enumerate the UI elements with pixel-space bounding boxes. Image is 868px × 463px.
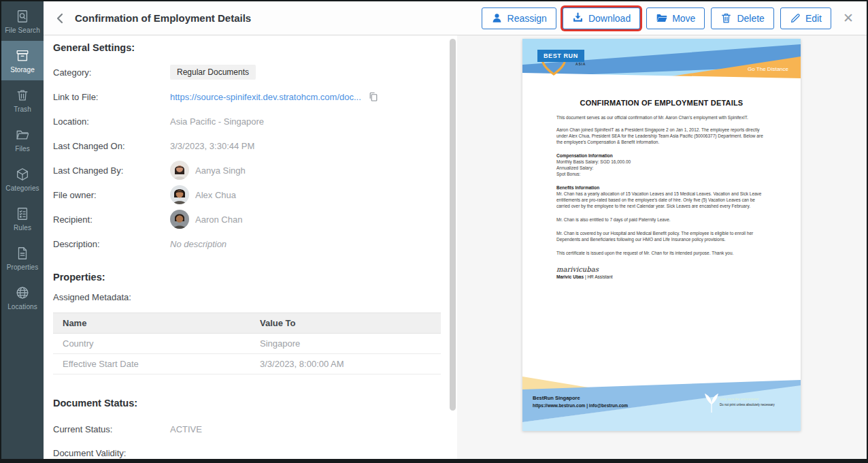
file-link[interactable]: https://source-spinifexit.dev.stratohcm.… [170, 92, 361, 102]
field-file-owner: File owner: Alex Chua [53, 182, 437, 207]
move-button[interactable]: Move [646, 7, 705, 29]
field-recipient: Recipient: Aaron Chan [53, 207, 437, 232]
field-last-changed-by: Last Changed By: Aanya Singh [53, 158, 437, 182]
file-search-icon [15, 9, 30, 24]
doc-line: Annualized Salary: [556, 165, 767, 172]
sidebar-item-locations[interactable]: Locations [1, 278, 44, 317]
assigned-metadata-label: Assigned Metadata: [53, 292, 131, 302]
avatar [170, 161, 189, 180]
avatar [170, 210, 189, 229]
sidebar-item-label: File Search [5, 27, 40, 34]
properties-heading: Properties: [53, 272, 105, 283]
bestrun-logo-sub: ASIA [575, 62, 586, 66]
folder-move-icon [656, 12, 667, 24]
field-last-changed-on: Last Changed On: 3/3/2023, 3:30:44 PM [53, 133, 437, 158]
sidebar-item-trash[interactable]: Trash [1, 80, 44, 120]
locations-icon [15, 285, 30, 300]
table-header-row: Name Value To [53, 313, 441, 334]
metadata-table: Name Value To Country Singapore Effectiv… [53, 313, 441, 374]
sidebar-item-storage[interactable]: Storage [1, 41, 44, 80]
footer-contact: https://www.bestrun.com | info@bestrun.c… [533, 403, 628, 408]
doc-line: Monthly Basis Salary: SGD 16,000.00 [556, 159, 767, 165]
field-description: Description: No description [53, 232, 437, 256]
edit-button[interactable]: Edit [780, 7, 831, 29]
copy-icon[interactable] [368, 91, 379, 102]
toolbar-actions: Reassign Download Move Delete Edit [482, 7, 831, 29]
sidebar-item-label: Categories [5, 185, 39, 192]
page-title: Confirmation of Employment Details [75, 12, 251, 24]
document-title: CONFIRMATION OF EMPLOYMENT DETAILS [522, 99, 801, 107]
sidebar-item-label: Properties [7, 264, 39, 271]
general-settings-fields: Category: Regular Documents Link to File… [53, 60, 437, 256]
compensation-heading: Compensation Information [556, 153, 767, 159]
category-chip: Regular Documents [170, 65, 256, 80]
doc-line: Spot Bonus: [556, 172, 767, 178]
download-icon [572, 12, 584, 24]
document-body: This document serves as our official con… [522, 115, 801, 281]
doc-paragraph: Mr. Chan is also entitled to 7 days of p… [556, 217, 767, 223]
sidebar-item-label: Rules [14, 224, 31, 232]
document-status-heading: Document Status: [53, 398, 137, 409]
rules-icon [15, 206, 30, 221]
document-preview-page: BEST RUN ASIA Go The Distance CONFIRMATI… [522, 39, 801, 431]
back-button[interactable] [52, 10, 68, 27]
scrollbar[interactable] [450, 39, 456, 411]
sidebar-item-categories[interactable]: Categories [1, 159, 44, 199]
bestrun-logo-text: BEST RUN [537, 50, 584, 62]
properties-icon [15, 246, 30, 261]
sidebar-item-label: Locations [7, 303, 37, 310]
categories-icon [15, 167, 30, 182]
avatar [170, 185, 189, 204]
doc-paragraph: Mr. Chan has a yearly allocation of 15 V… [556, 191, 767, 210]
app-window: File Search Storage Trash Files Categori… [1, 1, 867, 459]
chevron-left-icon [56, 13, 64, 24]
table-row: Effective Start Date 3/3/2023, 8:00:00 A… [53, 354, 441, 374]
sidebar-item-properties[interactable]: Properties [1, 238, 44, 278]
doc-paragraph: Aaron Chan joined SpinifexIT as a Presid… [556, 127, 767, 146]
status-fields: Current Status: ACTIVE [53, 417, 437, 441]
doc-paragraph: This certificate is issued upon the requ… [556, 251, 767, 257]
sidebar-item-label: Files [15, 145, 30, 153]
trash-icon [15, 88, 30, 103]
storage-icon [15, 48, 30, 63]
sidebar: File Search Storage Trash Files Categori… [1, 1, 44, 459]
general-settings-heading: General Settings: [53, 42, 135, 53]
eco-note-line2: Do not print unless absolutely necessary [720, 403, 775, 406]
field-category: Category: Regular Documents [53, 60, 437, 84]
download-button[interactable]: Download [563, 7, 640, 29]
field-link: Link to File: https://source-spinifexit.… [53, 84, 437, 109]
sidebar-item-file-search[interactable]: File Search [1, 1, 44, 41]
sidebar-item-files[interactable]: Files [1, 120, 44, 159]
sidebar-item-label: Storage [10, 66, 35, 74]
sidebar-item-rules[interactable]: Rules [1, 199, 44, 238]
signature-script: marivicubas [556, 265, 767, 274]
benefits-heading: Benefits Information [556, 185, 767, 191]
trash-icon [720, 12, 732, 24]
preview-panel: BEST RUN ASIA Go The Distance CONFIRMATI… [457, 35, 867, 459]
document-validity-label: Document Validity: [53, 448, 126, 458]
status-value: ACTIVE [170, 424, 202, 434]
reassign-button[interactable]: Reassign [482, 7, 556, 29]
header-bar: Confirmation of Employment Details Reass… [44, 1, 867, 35]
document-footer-graphic: BestRun Singapore https://www.bestrun.co… [522, 374, 801, 431]
footer-company: BestRun Singapore [533, 395, 580, 401]
doc-paragraph: Mr. Chan is covered by our Hospital and … [556, 231, 767, 243]
document-header-graphic: BEST RUN ASIA Go The Distance [522, 39, 801, 85]
field-current-status: Current Status: ACTIVE [53, 417, 437, 441]
files-icon [15, 127, 30, 142]
person-icon [491, 12, 503, 24]
close-icon[interactable]: ✕ [839, 10, 857, 27]
pencil-icon [790, 13, 801, 24]
field-location: Location: Asia Pacific - Singapore [53, 109, 437, 133]
doc-paragraph: This document serves as our official con… [556, 115, 767, 121]
sidebar-item-label: Trash [14, 106, 31, 113]
brand-tagline: Go The Distance [748, 66, 788, 72]
delete-button[interactable]: Delete [711, 7, 773, 29]
details-panel: General Settings: Category: Regular Docu… [44, 35, 457, 459]
signatory-line: Marivic Ubas | HR Assistant [556, 274, 767, 281]
window: File Search Storage Trash Files Categori… [0, 0, 868, 463]
table-row: Country Singapore [53, 334, 441, 354]
eco-note-line1: Help save the environment [720, 398, 758, 401]
